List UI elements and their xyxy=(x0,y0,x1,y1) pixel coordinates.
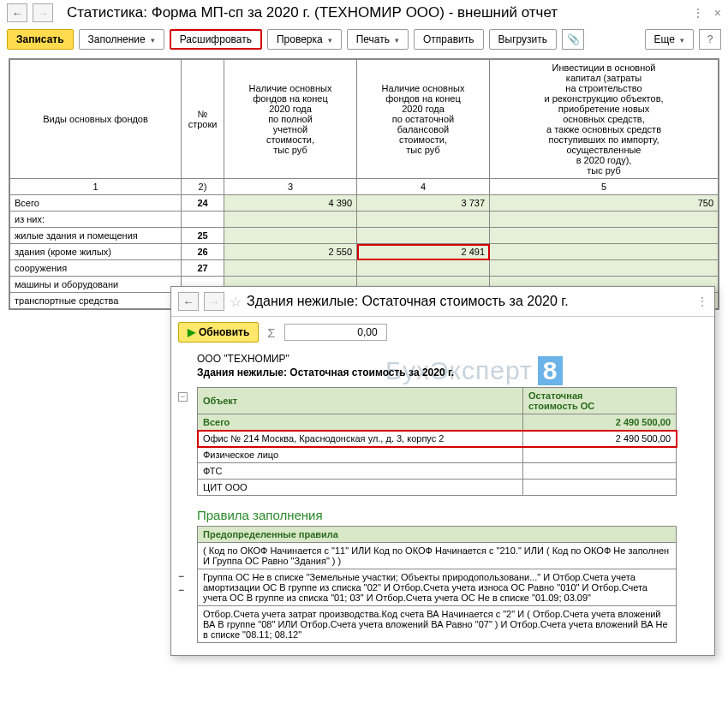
cell[interactable]: здания (кроме жилых) xyxy=(10,244,182,260)
close-icon[interactable]: × xyxy=(714,6,721,20)
chevron-down-icon xyxy=(678,33,684,45)
check-button[interactable]: Проверка xyxy=(267,29,342,50)
cell[interactable]: сооружения xyxy=(10,260,182,277)
cell[interactable]: 2 550 xyxy=(224,244,357,260)
help-button[interactable]: ? xyxy=(699,29,721,50)
col-header-kind: Виды основных фондов xyxy=(10,60,182,179)
more-label: Еще xyxy=(654,33,675,45)
cell[interactable] xyxy=(490,244,719,260)
cell[interactable]: из них: xyxy=(10,212,182,228)
cell[interactable]: 3 737 xyxy=(357,195,490,212)
cell[interactable]: 750 xyxy=(490,195,719,212)
cell[interactable] xyxy=(490,260,719,277)
table-row[interactable]: здания (кроме жилых)262 5502 491 xyxy=(10,244,719,260)
chevron-down-icon xyxy=(326,33,332,45)
paperclip-icon: 📎 xyxy=(567,33,580,45)
table-row[interactable]: из них: xyxy=(10,212,719,228)
main-table: Виды основных фондов № строки Наличие ос… xyxy=(9,58,719,310)
table-row[interactable]: Всего244 3903 737750 xyxy=(10,195,719,212)
check-label: Проверка xyxy=(277,33,323,45)
help-icon: ? xyxy=(707,33,713,45)
cell[interactable] xyxy=(224,228,357,244)
chevron-down-icon xyxy=(393,33,399,45)
cell[interactable]: транспортные средства xyxy=(10,293,182,309)
detail-window: ← → ☆ Здания нежилые: Остаточная стоимос… xyxy=(170,286,715,315)
colnum-3: 3 xyxy=(224,179,357,195)
col-header-rownum: № строки xyxy=(182,60,224,179)
chevron-down-icon xyxy=(149,33,155,45)
fill-button[interactable]: Заполнение xyxy=(79,29,164,50)
cell[interactable] xyxy=(224,212,357,228)
cell[interactable]: Всего xyxy=(10,195,182,212)
col-header-investments: Инвестиции в основной капитал (затраты н… xyxy=(490,60,719,179)
colnum-1: 1 xyxy=(10,179,182,195)
attach-button[interactable]: 📎 xyxy=(562,29,584,50)
ov-nav-back[interactable]: ← xyxy=(178,292,199,311)
col-header-residual-cost: Наличие основных фондов на конец 2020 го… xyxy=(357,60,490,179)
cell[interactable] xyxy=(224,260,357,277)
cell[interactable] xyxy=(357,212,490,228)
page-title: Статистика: Форма МП-сп за 2020 г. (ТЕХН… xyxy=(67,4,687,21)
cell[interactable]: 27 xyxy=(182,260,224,277)
cell[interactable] xyxy=(490,228,719,244)
export-button[interactable]: Выгрузить xyxy=(489,29,558,50)
ov-nav-forward[interactable]: → xyxy=(204,292,224,311)
more-button[interactable]: Еще xyxy=(645,29,694,50)
cell[interactable]: жилые здания и помещения xyxy=(10,228,182,244)
ov-kebab-icon[interactable]: ⋮ xyxy=(697,295,707,307)
col-header-full-cost: Наличие основных фондов на конец 2020 го… xyxy=(224,60,357,179)
star-icon[interactable]: ☆ xyxy=(230,294,242,310)
kebab-icon[interactable]: ⋮ xyxy=(692,6,704,20)
export-label: Выгрузить xyxy=(498,33,548,45)
colnum-5: 5 xyxy=(490,179,719,195)
colnum-2: 2) xyxy=(182,179,224,195)
nav-forward-button[interactable]: → xyxy=(33,3,53,22)
nav-back-button[interactable]: ← xyxy=(7,3,27,22)
send-label: Отправить xyxy=(423,33,474,45)
cell[interactable] xyxy=(490,212,719,228)
cell[interactable] xyxy=(357,228,490,244)
send-button[interactable]: Отправить xyxy=(414,29,484,50)
overlay-title: Здания нежилые: Остаточная стоимость за … xyxy=(247,294,692,309)
cell[interactable]: 2 491 xyxy=(357,244,490,260)
cell[interactable]: машины и оборудовани xyxy=(10,277,182,293)
cell[interactable] xyxy=(182,212,224,228)
cell[interactable] xyxy=(357,260,490,277)
cell[interactable]: 26 xyxy=(182,244,224,260)
colnum-4: 4 xyxy=(357,179,490,195)
fill-label: Заполнение xyxy=(88,33,146,45)
print-label: Печать xyxy=(356,33,390,45)
table-row[interactable]: сооружения27 xyxy=(10,260,719,277)
save-label: Записать xyxy=(16,33,64,45)
table-row[interactable]: жилые здания и помещения25 xyxy=(10,228,719,244)
save-button[interactable]: Записать xyxy=(7,29,74,50)
decode-label: Расшифровать xyxy=(180,33,252,45)
decode-button[interactable]: Расшифровать xyxy=(170,29,262,50)
print-button[interactable]: Печать xyxy=(347,29,409,50)
cell[interactable]: 25 xyxy=(182,228,224,244)
cell[interactable]: 4 390 xyxy=(224,195,357,212)
cell[interactable]: 24 xyxy=(182,195,224,212)
